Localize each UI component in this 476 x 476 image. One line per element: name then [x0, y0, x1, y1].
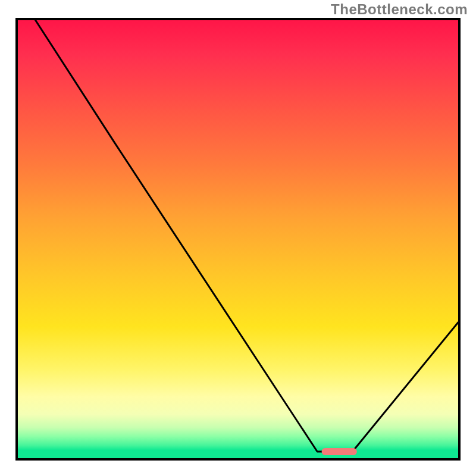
curve-path	[36, 20, 458, 452]
chart-plot-area	[15, 18, 461, 461]
watermark-text: TheBottleneck.com	[331, 1, 468, 18]
target-marker	[322, 448, 357, 455]
chart-svg-layer	[18, 20, 458, 458]
chart-curve	[36, 20, 458, 452]
chart-marker	[322, 448, 357, 455]
